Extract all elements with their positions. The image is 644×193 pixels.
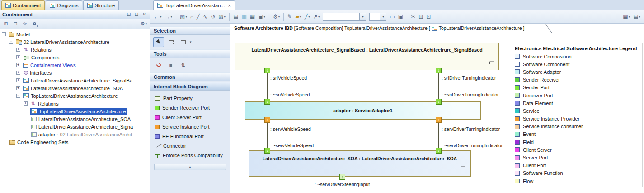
polyline-tool-button[interactable]: ⌐ bbox=[189, 12, 195, 22]
port-adaptor-servDriverTurningIndicator[interactable]: ↓ bbox=[436, 117, 442, 123]
paste-button[interactable]: ⊞ bbox=[417, 12, 424, 22]
legend-item[interactable]: Client Server bbox=[515, 146, 639, 154]
tree-item[interactable]: −TopLateralDriverAssistanceArchitecture bbox=[0, 92, 150, 100]
order-tool-button[interactable]: ⇅ bbox=[178, 60, 188, 70]
tree-item[interactable]: adaptor : 02 LateralDriverAssistanceArch… bbox=[0, 130, 150, 138]
legend-item[interactable]: Software Composition bbox=[515, 53, 639, 60]
cut-button[interactable]: ✂ bbox=[409, 12, 417, 22]
connector-sriDriverTurningIndicator[interactable] bbox=[438, 73, 439, 99]
reset-layout-button[interactable]: ↺ bbox=[209, 12, 216, 22]
legend-item[interactable]: Flow bbox=[515, 177, 639, 185]
search-button[interactable] bbox=[30, 20, 38, 28]
tab-structure[interactable]: Structure bbox=[83, 0, 119, 10]
connector-servDriverTurningIndicator[interactable] bbox=[438, 122, 439, 148]
edit-tool-button[interactable]: ✎ bbox=[286, 12, 293, 22]
legend-item[interactable]: Service Instance consumer bbox=[515, 123, 639, 130]
expand-toggle-icon[interactable]: + bbox=[16, 71, 20, 75]
zoom-combobox[interactable]: ▾ bbox=[323, 13, 366, 21]
legend-item[interactable]: Software Adaptor bbox=[515, 68, 639, 76]
select-tool-button[interactable] bbox=[153, 37, 164, 47]
tree-item[interactable]: +LateralDriverAssistanceAchitectrure_Sig… bbox=[0, 77, 150, 84]
marquee-tool-button[interactable] bbox=[165, 37, 176, 47]
image-tool-button[interactable]: ▣ bbox=[397, 12, 404, 22]
document-tab[interactable]: TopLateralDriverAssistan... × bbox=[153, 0, 235, 10]
expand-toggle-icon[interactable]: + bbox=[16, 48, 20, 52]
tool-enforce-ports-compatibility[interactable]: Enforce Ports Compatibility bbox=[150, 150, 230, 160]
labels-tool-button[interactable] bbox=[178, 37, 188, 47]
toolbox-section-selection[interactable]: Selection bbox=[150, 26, 230, 35]
port-label[interactable]: : ~sriDriverTurningIndicator bbox=[442, 92, 499, 97]
tree-item[interactable]: −02 LateralDriverAssistanceArchitecture bbox=[0, 38, 150, 46]
new-diagram-button[interactable]: ▣▾ bbox=[257, 12, 267, 22]
tree-item[interactable]: LateralDriverAssistanceArchitecture_SOA bbox=[0, 115, 150, 123]
scale-combobox[interactable]: ▾ bbox=[369, 13, 386, 21]
toolbox-section-tools[interactable]: Tools bbox=[150, 49, 230, 58]
expand-toggle-icon[interactable]: + bbox=[24, 101, 28, 106]
nav-back-button[interactable]: ←▾ bbox=[153, 12, 163, 22]
port-label[interactable]: : servVehicleSpeed bbox=[270, 126, 311, 132]
chevron-down-icon[interactable]: ▾ bbox=[359, 13, 366, 20]
selection-tools-dropdown[interactable]: ▾ bbox=[190, 40, 192, 44]
legend-item[interactable]: Service bbox=[515, 107, 639, 115]
chevron-down-icon[interactable]: ▾ bbox=[380, 13, 386, 20]
panel-close-icon[interactable]: × bbox=[141, 11, 147, 17]
port-adaptor-sriVehicleSpeed[interactable]: ↓ bbox=[264, 99, 270, 105]
port-label[interactable]: : servDriverTurningIndicator bbox=[442, 126, 500, 132]
expand-toggle-icon[interactable]: + bbox=[16, 78, 20, 82]
expand-tree-button[interactable]: ⊞ bbox=[2, 20, 10, 28]
line-color-button[interactable]: ╱▾ bbox=[303, 12, 311, 22]
tree-item[interactable]: TopLateralDriverAssistanceArchitecture bbox=[0, 107, 150, 115]
tree-item[interactable]: Code Engineering Sets bbox=[0, 138, 150, 146]
block-adaptor[interactable]: adaptor : ServiceAdaptor1 bbox=[245, 101, 481, 120]
tab-close-icon[interactable]: × bbox=[228, 3, 230, 8]
nav-forward-button[interactable]: →▾ bbox=[164, 12, 174, 22]
port-soa-servDriverSteeringInput[interactable]: ↑ bbox=[339, 174, 345, 180]
legend-item[interactable]: Receiver Port bbox=[515, 92, 639, 99]
panel-properties-icon[interactable]: ⊡ bbox=[126, 11, 132, 17]
port-adaptor-servVehicleSpeed[interactable]: ↓ bbox=[264, 117, 270, 123]
legend-item[interactable]: Event bbox=[515, 130, 639, 138]
legend-item[interactable]: Software Component bbox=[515, 60, 639, 68]
toolbox-section-common[interactable]: Common bbox=[150, 72, 230, 81]
options-button[interactable]: ⚙▾ bbox=[272, 12, 281, 22]
copy-button[interactable]: ⊡ bbox=[425, 12, 432, 22]
arrow-style-button[interactable]: ↗▾ bbox=[312, 12, 321, 22]
tool-client-server-port[interactable]: Client Server Port bbox=[150, 112, 230, 122]
panel-settings-button[interactable]: ⚙▾ bbox=[140, 20, 148, 28]
expand-toggle-icon[interactable]: − bbox=[2, 32, 6, 36]
port-label[interactable]: : ~servDriverSteeringInput bbox=[315, 182, 370, 187]
diagram-legend[interactable]: Electronics Electrical Software Architec… bbox=[511, 43, 643, 187]
tree-item[interactable]: +Components bbox=[0, 53, 150, 61]
tree-item[interactable]: +⇅Relations bbox=[0, 46, 150, 53]
layout-tool-button[interactable]: ▧▾ bbox=[179, 12, 188, 22]
legend-item[interactable]: Sender Port bbox=[515, 84, 639, 92]
toolbox-collapse-button[interactable]: ▲ bbox=[154, 164, 226, 170]
window-layout-button[interactable]: ▦▾ bbox=[621, 12, 631, 22]
expand-toggle-icon[interactable]: + bbox=[16, 55, 20, 59]
expand-toggle-icon[interactable]: − bbox=[9, 40, 13, 44]
tree-item[interactable]: +LateralDriverAssistanceArchitecture_SOA bbox=[0, 84, 150, 92]
tab-diagrams[interactable]: Diagrams bbox=[46, 0, 82, 10]
curve-tool-button[interactable]: ∿ bbox=[202, 12, 209, 22]
tool-ee-functional-port[interactable]: EE Functional Port bbox=[150, 131, 230, 141]
legend-item[interactable]: Field bbox=[515, 138, 639, 146]
fill-color-button[interactable]: ▰▾ bbox=[294, 12, 303, 22]
tree-item[interactable]: LateralDriverAssistanceArchitecture_Sign… bbox=[0, 123, 150, 130]
block-signalbased[interactable]: LateralDriverAssistanceArchitecture_Sign… bbox=[235, 43, 499, 70]
port-label[interactable]: : ~sriVehicleSpeed bbox=[270, 92, 310, 97]
tool-connector[interactable]: Connector bbox=[150, 141, 230, 150]
expand-toggle-icon[interactable]: + bbox=[16, 63, 20, 67]
favorites-button[interactable]: ☆ bbox=[21, 20, 29, 28]
collapse-tree-button[interactable]: ⊟ bbox=[11, 20, 19, 28]
connector-sriVehicleSpeed[interactable] bbox=[267, 73, 268, 99]
tree-item[interactable]: +Interfaces bbox=[0, 69, 150, 77]
legend-item[interactable]: Client Port bbox=[515, 162, 639, 169]
legend-item[interactable]: Service Instance Provider bbox=[515, 115, 639, 123]
port-label[interactable]: : ~servVehicleSpeed bbox=[270, 143, 314, 148]
expand-toggle-icon[interactable]: + bbox=[16, 86, 20, 90]
show-matrix-button[interactable]: ▦ bbox=[249, 12, 256, 22]
port-label[interactable]: : ~servDriverTurningIndicator bbox=[442, 143, 503, 148]
note-tool-button[interactable]: ▭ bbox=[388, 12, 396, 22]
panel-minimize-icon[interactable]: ⊟ bbox=[133, 11, 140, 17]
expand-toggle-icon[interactable]: − bbox=[16, 94, 20, 98]
